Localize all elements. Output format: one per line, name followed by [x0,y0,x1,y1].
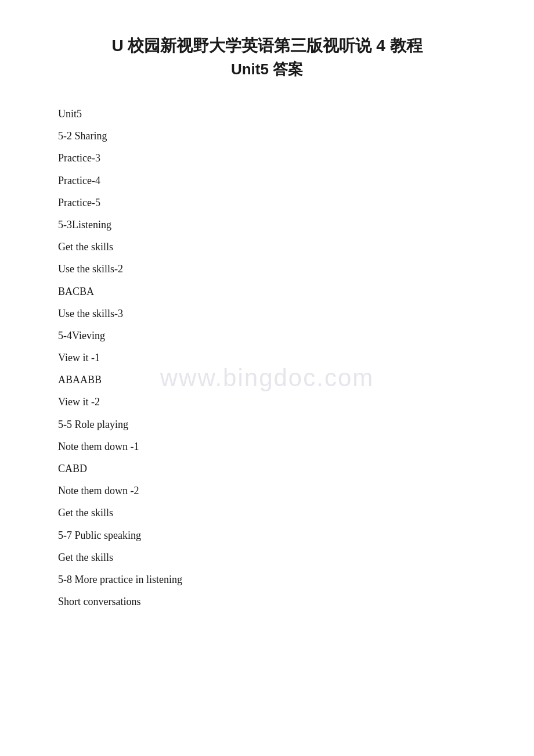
list-item: Practice-3 [58,147,476,169]
title-line2: Unit5 答案 [58,59,476,80]
list-item: Practice-4 [58,170,476,192]
list-item: Use the skills-3 [58,303,476,325]
list-item: 5-4Vieving [58,325,476,347]
list-item: Get the skills [58,236,476,258]
list-item: Practice-5 [58,192,476,214]
list-item: 5-3Listening [58,214,476,236]
list-item: Note them down -1 [58,435,476,458]
list-item: View it -1 [58,347,476,369]
list-item: 5-5 Role playing [58,413,476,435]
list-item: Get the skills [58,546,476,568]
list-item: BACBA [58,280,476,303]
list-item: Unit5 [58,103,476,125]
title-line1: U 校园新视野大学英语第三版视听说 4 教程 [58,35,476,57]
list-item: ABAABB [58,369,476,391]
list-item: Get the skills [58,502,476,524]
list-item: 5-7 Public speaking [58,524,476,546]
list-item: CABD [58,458,476,480]
list-item: Use the skills-2 [58,258,476,280]
page-title: U 校园新视野大学英语第三版视听说 4 教程 Unit5 答案 [58,35,476,80]
list-item: View it -2 [58,391,476,413]
content-list: Unit55-2 SharingPractice-3Practice-4Prac… [58,103,476,613]
list-item: 5-8 More practice in listening [58,568,476,591]
list-item: 5-2 Sharing [58,125,476,147]
list-item: Short conversations [58,591,476,613]
list-item: Note them down -2 [58,480,476,502]
